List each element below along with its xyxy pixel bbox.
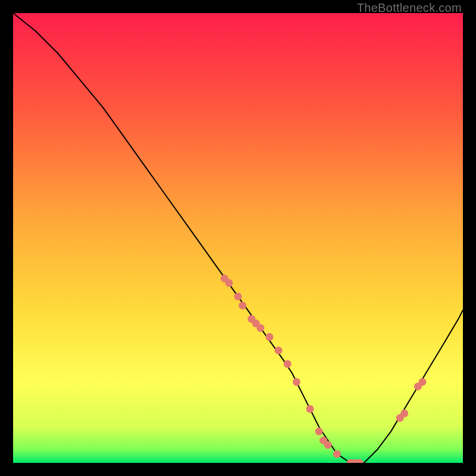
chart-frame [13, 13, 463, 463]
data-point [225, 279, 233, 287]
data-point [284, 360, 292, 368]
data-point [239, 302, 246, 309]
data-point [293, 378, 300, 386]
data-point [315, 428, 323, 436]
data-point [306, 405, 314, 413]
watermark-text: TheBottleneck.com [357, 1, 462, 15]
data-point [333, 450, 341, 458]
data-point [265, 333, 273, 341]
data-point [234, 293, 242, 300]
data-point [400, 409, 408, 417]
data-point [419, 378, 427, 386]
bottleneck-chart [13, 13, 463, 463]
data-point [275, 347, 283, 355]
data-point [324, 441, 332, 449]
data-point [256, 324, 264, 332]
